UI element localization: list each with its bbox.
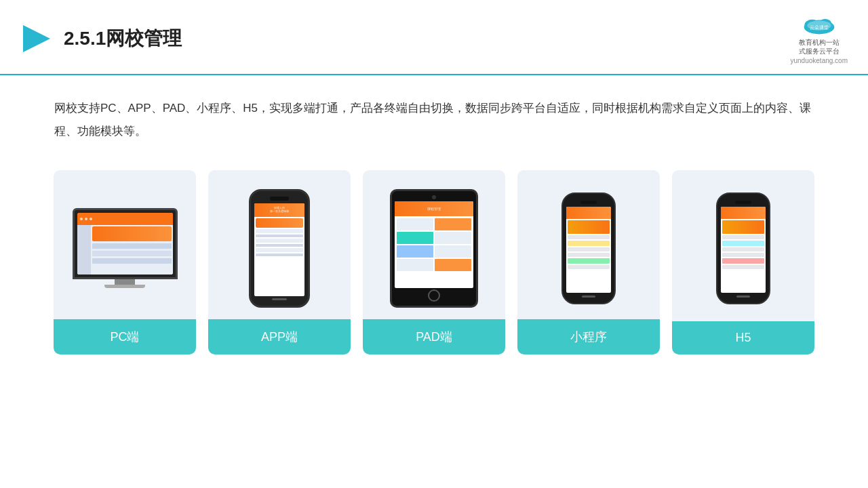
description-text: 网校支持PC、APP、PAD、小程序、H5，实现多端打通，产品各终端自由切换，数… (0, 75, 868, 157)
play-icon (20, 22, 53, 55)
card-pad-label: PAD端 (363, 319, 505, 354)
pad-tablet-mockup: 课程管理 (390, 189, 478, 308)
app-phone-mockup: 职通人的第一堂共逻辑课 (249, 189, 310, 308)
card-app: 职通人的第一堂共逻辑课 APP端 (208, 170, 351, 354)
pad-image: 课程管理 (363, 170, 505, 319)
app-image: 职通人的第一堂共逻辑课 (208, 170, 351, 319)
svg-marker-0 (23, 25, 50, 52)
svg-text:云朵课堂: 云朵课堂 (810, 24, 829, 30)
logo-icon: 云朵课堂 (800, 12, 838, 37)
page-title: 2.5.1网校管理 (64, 26, 182, 52)
card-pad: 课程管理 PAD端 (363, 170, 505, 354)
header-left: 2.5.1网校管理 (20, 22, 182, 55)
card-pc: PC端 (54, 170, 196, 354)
h5-phone-mockup (716, 192, 770, 304)
card-app-label: APP端 (208, 319, 351, 354)
card-h5: H5 (672, 170, 814, 354)
card-miniapp: 小程序 (517, 170, 660, 354)
miniapp-phone-mockup (561, 192, 616, 304)
logo-domain: yunduoketang.com (790, 57, 848, 64)
logo-area: 云朵课堂 教育机构一站 式服务云平台 yunduoketang.com (790, 12, 848, 64)
logo-tagline: 教育机构一站 式服务云平台 (799, 38, 840, 56)
cards-container: PC端 职通人的第一堂共逻辑课 (0, 157, 868, 354)
card-h5-label: H5 (672, 321, 814, 354)
description-body: 网校支持PC、APP、PAD、小程序、H5，实现多端打通，产品各终端自由切换，数… (54, 102, 811, 138)
page-header: 2.5.1网校管理 云朵课堂 教育机构一站 式服务云平台 yunduoketan… (0, 0, 868, 75)
h5-image (672, 170, 814, 319)
card-miniapp-label: 小程序 (517, 319, 660, 354)
pc-mockup (73, 208, 178, 288)
card-pc-label: PC端 (54, 319, 196, 354)
miniapp-image (517, 170, 660, 319)
pc-image (54, 170, 196, 319)
